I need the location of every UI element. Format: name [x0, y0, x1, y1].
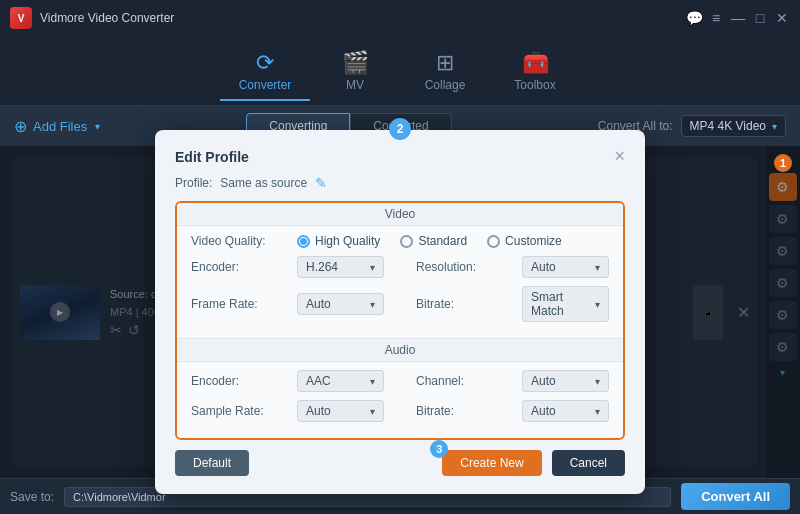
audio-encoder-label: Encoder:	[191, 374, 281, 388]
dialog-header: Edit Profile ×	[175, 146, 625, 167]
create-new-button[interactable]: Create New	[442, 450, 541, 476]
radio-high-quality[interactable]: High Quality	[297, 234, 380, 248]
format-dropdown-arrow: ▾	[772, 121, 777, 132]
default-button[interactable]: Default	[175, 450, 249, 476]
profile-label: Profile:	[175, 176, 212, 190]
create-btn-wrapper: 3 Create New	[442, 450, 541, 476]
encoder-arrow: ▾	[370, 262, 375, 273]
audio-bitrate-value: Auto	[531, 404, 556, 418]
sample-rate-value: Auto	[306, 404, 331, 418]
audio-bitrate-label: Bitrate:	[416, 404, 506, 418]
add-files-label: Add Files	[33, 119, 87, 134]
radio-circle-standard	[400, 235, 413, 248]
dialog-overlay: 2 Edit Profile × Profile: Same as source…	[0, 146, 800, 478]
quality-label: Video Quality:	[191, 234, 281, 248]
bitrate-arrow: ▾	[595, 299, 600, 310]
cancel-button[interactable]: Cancel	[552, 450, 625, 476]
nav-item-mv[interactable]: 🎬 MV	[310, 41, 400, 101]
video-section-content: Video Quality: High Quality	[177, 226, 623, 338]
framerate-value: Auto	[306, 297, 331, 311]
add-files-arrow: ▾	[95, 121, 100, 132]
encoder-row: Encoder: H.264 ▾ Resolution: Auto ▾	[191, 256, 609, 278]
sample-rate-row: Sample Rate: Auto ▾ Bitrate: Auto ▾	[191, 400, 609, 422]
close-btn[interactable]: ✕	[774, 10, 790, 26]
audio-bitrate-arrow: ▾	[595, 406, 600, 417]
channel-select[interactable]: Auto ▾	[522, 370, 609, 392]
nav-label-converter: Converter	[239, 78, 292, 92]
audio-section-header: Audio	[177, 338, 623, 362]
audio-encoder-value: AAC	[306, 374, 331, 388]
framerate-arrow: ▾	[370, 299, 375, 310]
channel-arrow: ▾	[595, 376, 600, 387]
resolution-select[interactable]: Auto ▾	[522, 256, 609, 278]
nav-label-toolbox: Toolbox	[514, 78, 555, 92]
app-title: Vidmore Video Converter	[40, 11, 174, 25]
mv-icon: 🎬	[342, 52, 369, 74]
nav-item-converter[interactable]: ⟳ Converter	[220, 41, 310, 101]
sample-rate-label: Sample Rate:	[191, 404, 281, 418]
radio-circle-high	[297, 235, 310, 248]
convert-all-button[interactable]: Convert All	[681, 483, 790, 510]
main-content: ▶ Source: day in m...ds ● .mp4 ⓘ MP4 | 4…	[0, 146, 800, 478]
sample-rate-arrow: ▾	[370, 406, 375, 417]
profile-value: Same as source	[220, 176, 307, 190]
sample-rate-select[interactable]: Auto ▾	[297, 400, 384, 422]
audio-section-content: Encoder: AAC ▾ Channel: Auto ▾	[177, 362, 623, 438]
radio-standard[interactable]: Standard	[400, 234, 467, 248]
bitrate-label: Bitrate:	[416, 297, 506, 311]
audio-encoder-row: Encoder: AAC ▾ Channel: Auto ▾	[191, 370, 609, 392]
resolution-arrow: ▾	[595, 262, 600, 273]
radio-label-customize: Customize	[505, 234, 562, 248]
nav-bar: ⟳ Converter 🎬 MV ⊞ Collage 🧰 Toolbox	[0, 36, 800, 106]
profile-row: Profile: Same as source ✎	[175, 175, 625, 191]
channel-label: Channel:	[416, 374, 506, 388]
maximize-btn[interactable]: □	[752, 10, 768, 26]
audio-bitrate-select[interactable]: Auto ▾	[522, 400, 609, 422]
dialog-close-button[interactable]: ×	[614, 146, 625, 167]
video-section-box: Video Video Quality: High Quality	[175, 201, 625, 440]
title-bar-controls: 💬 ≡ — □ ✕	[686, 10, 790, 26]
framerate-row: Frame Rate: Auto ▾ Bitrate: Smart Match …	[191, 286, 609, 322]
nav-item-toolbox[interactable]: 🧰 Toolbox	[490, 41, 580, 101]
encoder-select[interactable]: H.264 ▾	[297, 256, 384, 278]
nav-item-collage[interactable]: ⊞ Collage	[400, 41, 490, 101]
encoder-value: H.264	[306, 260, 338, 274]
framerate-label: Frame Rate:	[191, 297, 281, 311]
step-badge-2: 2	[389, 118, 411, 140]
format-select[interactable]: MP4 4K Video ▾	[681, 115, 787, 137]
title-bar-left: V Vidmore Video Converter	[10, 7, 174, 29]
resolution-label: Resolution:	[416, 260, 506, 274]
nav-label-collage: Collage	[425, 78, 466, 92]
app-icon: V	[10, 7, 32, 29]
quality-radio-group: High Quality Standard Customize	[297, 234, 609, 248]
audio-encoder-select[interactable]: AAC ▾	[297, 370, 384, 392]
save-label: Save to:	[10, 490, 54, 504]
audio-encoder-arrow: ▾	[370, 376, 375, 387]
video-section-header: Video	[177, 203, 623, 226]
dialog-title: Edit Profile	[175, 149, 249, 165]
dialog-wrapper: 2 Edit Profile × Profile: Same as source…	[155, 130, 645, 494]
step-badge-1: 1	[774, 154, 792, 172]
minimize-btn[interactable]: —	[730, 10, 746, 26]
radio-dot-high	[300, 238, 307, 245]
chat-icon-btn[interactable]: 💬	[686, 10, 702, 26]
quality-row: Video Quality: High Quality	[191, 234, 609, 248]
menu-icon-btn[interactable]: ≡	[708, 10, 724, 26]
bitrate-value: Smart Match	[531, 290, 595, 318]
converter-icon: ⟳	[256, 52, 274, 74]
resolution-value: Auto	[531, 260, 556, 274]
toolbox-icon: 🧰	[522, 52, 549, 74]
bitrate-select[interactable]: Smart Match ▾	[522, 286, 609, 322]
dialog-footer: Default 3 Create New Cancel	[175, 450, 625, 476]
add-files-button[interactable]: ⊕ Add Files ▾	[14, 117, 100, 136]
profile-edit-icon[interactable]: ✎	[315, 175, 327, 191]
plus-icon: ⊕	[14, 117, 27, 136]
framerate-select[interactable]: Auto ▾	[297, 293, 384, 315]
radio-customize[interactable]: Customize	[487, 234, 562, 248]
channel-value: Auto	[531, 374, 556, 388]
radio-label-standard: Standard	[418, 234, 467, 248]
radio-circle-customize	[487, 235, 500, 248]
collage-icon: ⊞	[436, 52, 454, 74]
encoder-label: Encoder:	[191, 260, 281, 274]
title-bar: V Vidmore Video Converter 💬 ≡ — □ ✕	[0, 0, 800, 36]
